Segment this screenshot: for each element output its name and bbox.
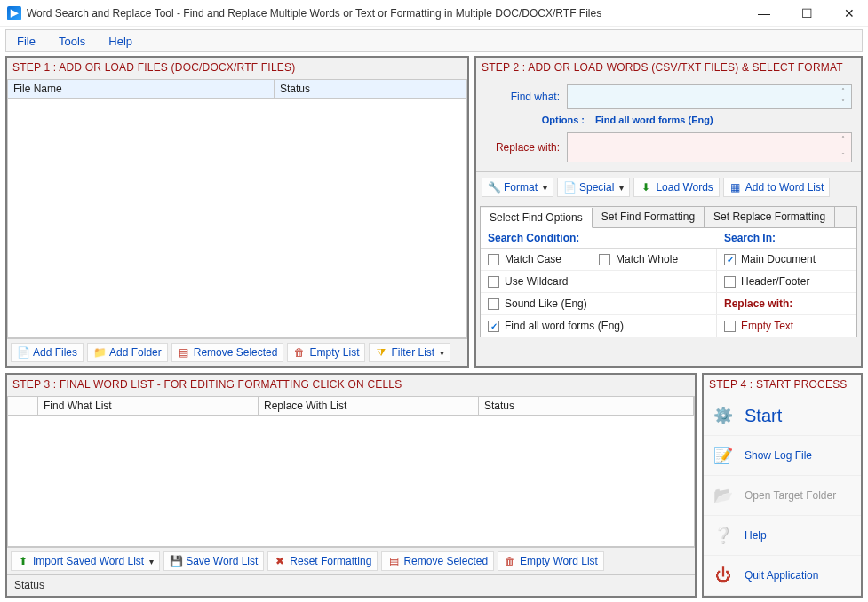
step3-table-body[interactable] [7,416,695,547]
find-what-input[interactable]: ˄˅ [567,84,852,109]
hdr-replace-with: Replace with: [724,297,792,310]
label: Add Files [33,346,77,359]
menu-help[interactable]: Help [108,35,132,48]
special-icon: 📄 [563,181,576,194]
step2-panel: STEP 2 : ADD OR LOAD WORDS (CSV/TXT FILE… [474,56,863,368]
label: Quit Application [745,569,818,582]
chevron-down-icon: ▾ [543,183,547,193]
menu-bar: File Tools Help [5,29,863,52]
exit-icon: ⏻ [713,565,734,586]
save-word-list-button[interactable]: 💾 Save Word List [163,551,264,571]
special-button[interactable]: 📄 Special ▾ [557,178,630,197]
label: Import Saved Word List [33,555,144,567]
spinner-icon[interactable]: ˄˅ [837,135,849,160]
empty-text-checkbox[interactable] [724,321,736,332]
menu-file[interactable]: File [17,35,36,48]
step1-col-filename[interactable]: File Name [8,80,275,98]
step1-col-status[interactable]: Status [275,80,466,98]
step3-title: STEP 3 : FINAL WORD LIST - FOR EDITING F… [7,375,695,396]
trash-icon: 🗑 [504,555,516,567]
start-button[interactable]: ⚙️ Start [704,396,861,436]
label: Use Wildcard [505,275,568,288]
load-words-button[interactable]: ⬇ Load Words [633,178,719,197]
tab-select-find-options[interactable]: Select Find Options [481,208,593,228]
funnel-icon: ⧩ [375,346,387,359]
chevron-down-icon: ▾ [440,348,444,358]
trash-icon: 🗑 [293,346,306,359]
find-options-table: Search Condition: Search In: Match Case … [480,227,857,337]
step3-col-status[interactable]: Status [479,397,694,415]
step1-title: STEP 1 : ADD OR LOAD FILES (DOC/DOCX/RTF… [7,58,467,79]
filter-list-button[interactable]: ⧩ Filter List ▾ [369,343,450,362]
label: Start [745,406,782,426]
remove-row-icon: ▤ [387,555,400,567]
step3-panel: STEP 3 : FINAL WORD LIST - FOR EDITING F… [5,373,697,598]
find-all-word-forms-checkbox[interactable] [488,321,499,332]
empty-word-list-button[interactable]: 🗑 Empty Word List [498,551,604,571]
chevron-down-icon: ▾ [149,557,154,566]
step3-col-replace[interactable]: Replace With List [259,397,479,415]
document-add-icon: 📄 [17,346,29,359]
step2-tabs: Select Find Options Set Find Formatting … [480,206,857,227]
show-log-file-button[interactable]: 📝 Show Log File [704,436,861,476]
folder-icon: 📁 [93,346,106,359]
tab-set-find-formatting[interactable]: Set Find Formatting [593,207,705,227]
label: Empty List [309,346,359,359]
replace-with-label: Replace with: [482,141,560,154]
use-wildcard-checkbox[interactable] [488,276,499,288]
label: Header/Footer [741,275,809,288]
help-icon: ❔ [713,525,734,546]
label: Save Word List [186,555,258,567]
match-whole-checkbox[interactable] [599,254,610,265]
spinner-icon[interactable]: ˄˅ [837,87,849,107]
step3-toolbar: ⬆ Import Saved Word List ▾ 💾 Save Word L… [7,547,695,574]
label: Remove Selected [194,346,278,359]
label: Help [745,529,767,542]
label: Remove Selected [403,555,488,567]
header-footer-checkbox[interactable] [724,276,736,288]
remove-selected-button-step3[interactable]: ▤ Remove Selected [381,551,494,571]
close-button[interactable]: ✕ [838,6,861,20]
label: Find all word forms (Eng) [505,320,624,332]
quit-application-button[interactable]: ⏻ Quit Application [704,556,861,596]
options-label: Options : [482,115,585,125]
help-button[interactable]: ❔ Help [704,516,861,556]
step4-title: STEP 4 : START PROCESS [704,375,861,396]
log-icon: 📝 [713,445,734,466]
label: Format [504,181,538,194]
step1-toolbar: 📄 Add Files 📁 Add Folder ▤ Remove Select… [7,338,467,366]
add-to-word-list-button[interactable]: ▦ Add to Word List [723,178,831,197]
app-icon: ▶ [7,6,21,20]
import-saved-word-list-button[interactable]: ⬆ Import Saved Word List ▾ [11,551,160,571]
main-document-checkbox[interactable] [724,254,736,265]
hdr-search-condition: Search Condition: [481,228,717,249]
format-button[interactable]: 🔧 Format ▾ [482,178,553,197]
step3-col-index[interactable] [8,397,38,415]
menu-tools[interactable]: Tools [59,35,85,48]
remove-selected-button[interactable]: ▤ Remove Selected [171,343,284,362]
add-folder-button[interactable]: 📁 Add Folder [87,343,168,362]
label: Sound Like (Eng) [505,297,587,310]
label: Reset Formatting [290,555,371,567]
sound-like-checkbox[interactable] [488,298,499,310]
empty-list-button[interactable]: 🗑 Empty List [287,343,365,362]
label: Special [579,181,614,194]
maximize-button[interactable]: ☐ [795,6,818,20]
step1-panel: STEP 1 : ADD OR LOAD FILES (DOC/DOCX/RTF… [5,56,469,368]
step3-col-find[interactable]: Find What List [38,397,259,415]
label: Add Folder [109,346,162,359]
replace-with-input[interactable]: ˄˅ [567,132,852,162]
folder-open-icon: 📂 [713,485,734,506]
match-case-checkbox[interactable] [488,254,499,265]
download-icon: ⬇ [640,181,652,194]
reset-formatting-button[interactable]: ✖ Reset Formatting [267,551,378,571]
table-add-icon: ▦ [729,181,742,194]
step2-title: STEP 2 : ADD OR LOAD WORDS (CSV/TXT FILE… [476,58,861,79]
open-target-folder-button[interactable]: 📂 Open Target Folder [704,476,861,516]
minimize-button[interactable]: — [753,6,776,20]
tab-set-replace-formatting[interactable]: Set Replace Formatting [705,207,835,227]
label: Open Target Folder [745,489,836,502]
add-files-button[interactable]: 📄 Add Files [11,343,84,362]
label: Match Case [505,253,561,265]
step1-table-body[interactable] [7,99,467,338]
